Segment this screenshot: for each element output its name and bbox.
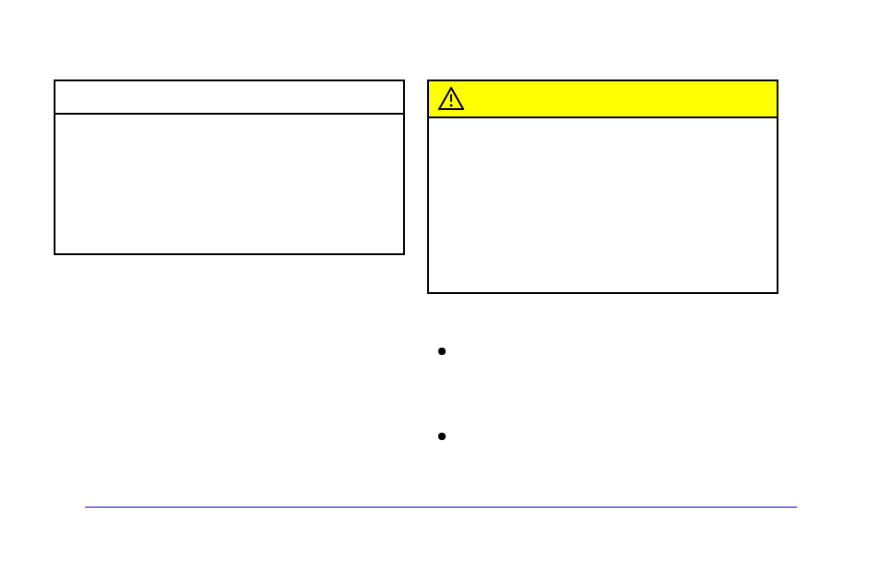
bullet-point: [438, 348, 446, 355]
svg-point-2: [450, 104, 453, 107]
divider-line: [85, 507, 797, 508]
notice-box-left-header: [54, 80, 405, 115]
warning-icon: [438, 87, 464, 111]
caution-box-right-header: [427, 80, 778, 118]
bullet-point: [438, 433, 446, 440]
document-page: [0, 0, 882, 588]
